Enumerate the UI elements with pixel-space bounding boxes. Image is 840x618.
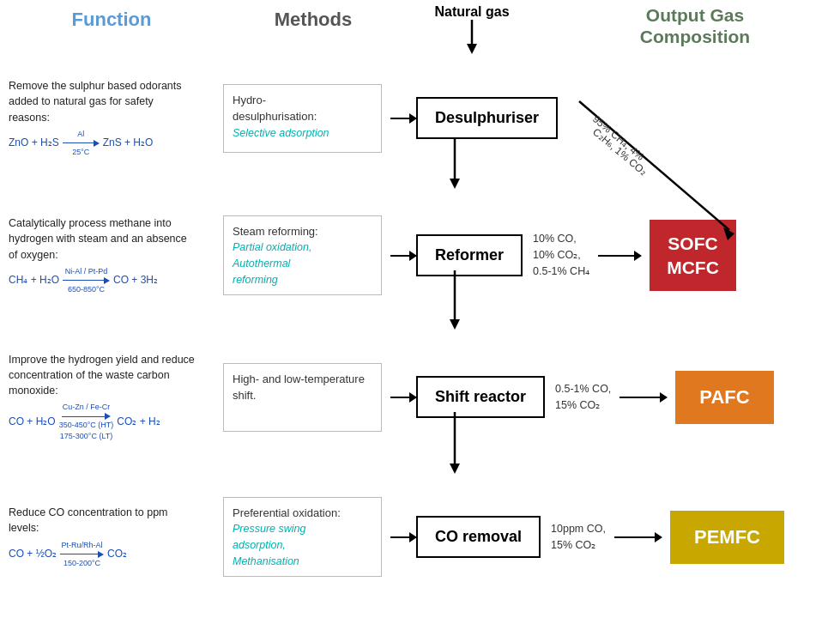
row-shift-reactor: Improve the hydrogen yield and reduce co… [0,326,840,468]
arrow-co-removal-right [614,536,662,538]
output-reformer: 10% CO, 10% CO₂, 0.5-1% CH₄ SOFCMCFC [533,220,736,291]
header-methods: Methods [275,9,352,30]
method-title-2: Steam reforming: [233,223,372,240]
reaction-3: CO + H₂O Cu-Zn / Fe-Cr 350-450°C (HT) 17… [9,402,197,442]
natural-gas-arrow [463,20,480,54]
diagram-container: Function Methods Natural gas Output Gas … [0,0,840,618]
process-box-co-removal: CO removal [416,516,541,558]
output-shift: 0.5-1% CO, 15% CO₂ PAFC [555,371,774,424]
fuel-cell-pafc: PAFC [675,371,773,424]
reaction-1: ZnO + H₂S Al 25°C ZnS + H₂O [9,129,197,158]
methods-desulphuriser: Hydro-desulphurisation: Selective adsorp… [223,84,382,153]
method-title-4: Preferential oxidation: [233,505,372,522]
arrow-to-co-removal [390,536,416,538]
methods-shift: High- and low-temperature shift. [223,363,382,432]
function-shift: Improve the hydrogen yield and reduce co… [9,352,197,443]
natural-gas-label-container: Natural gas [420,4,523,54]
process-box-reformer: Reformer [416,234,523,276]
method-alt-4: Pressure swingadsorption,Methanisation [233,521,372,569]
method-title-1: Hydro-desulphurisation: [233,92,372,125]
natural-gas-label: Natural gas [420,4,523,20]
arrow-to-reformer [390,255,416,257]
method-alt-2: Partial oxidation,Autothermalreforming [233,239,372,288]
process-box-desulphuriser: Desulphuriser [416,97,558,139]
arrow-reformer-right [598,255,641,257]
output-text-co-removal: 10ppm CO, 15% CO₂ [551,521,606,554]
arrow-to-shift [390,397,416,398]
process-box-shift: Shift reactor [416,376,545,418]
method-alt-1: Selective adsorption [233,125,372,142]
reaction-4: CO + ½O₂ Pt-Ru/Rh-Al 150-200°C CO₂ [9,540,197,569]
reaction-2: CH₄ + H₂O Ni-Al / Pt-Pd 650-850°C CO + 3… [9,266,197,295]
function-co-removal: Reduce CO concentration to ppm levels: C… [9,505,197,568]
arrow-shift-right [619,397,667,398]
header-function: Function [72,9,152,30]
output-co-removal: 10ppm CO, 15% CO₂ PEMFC [551,511,784,564]
output-text-shift: 0.5-1% CO, 15% CO₂ [555,381,611,414]
function-desulphuriser: Remove the sulphur based odorants added … [9,78,197,157]
row-reformer: Catalytically process methane into hydro… [0,185,840,326]
methods-co-removal: Preferential oxidation: Pressure swingad… [223,497,382,578]
fuel-cell-sofc: SOFCMCFC [650,220,736,291]
row-desulphuriser: Remove the sulphur based odorants added … [0,52,840,185]
methods-reformer: Steam reforming: Partial oxidation,Autot… [223,215,382,296]
row-co-removal: Reduce CO concentration to ppm levels: C… [0,470,840,603]
arrow-to-desulphuriser [390,118,416,119]
method-title-3: High- and low-temperature shift. [233,371,372,404]
output-text-reformer: 10% CO, 10% CO₂, 0.5-1% CH₄ [533,231,589,279]
function-reformer: Catalytically process methane into hydro… [9,215,197,294]
header-output: Output Gas Composition [601,4,789,47]
function-text-1: Remove the sulphur based odorants added … [9,80,182,123]
fuel-cell-pemfc: PEMFC [670,511,784,564]
